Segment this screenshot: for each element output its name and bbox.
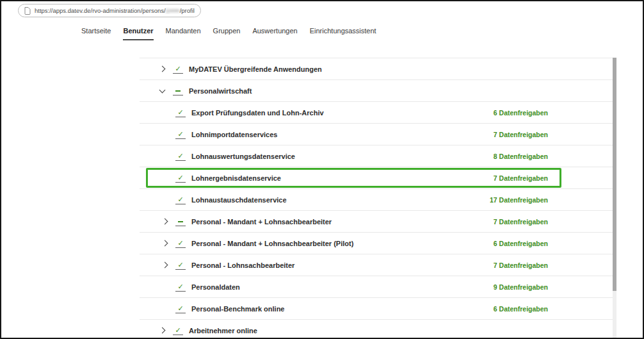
url-suffix: /profile <box>180 7 195 14</box>
row-export-prüfungsdaten-und-lohn-archiv[interactable]: ✓ Export Prüfungsdaten und Lohn-Archiv 6… <box>140 101 616 123</box>
permission-label: Personal - Mandant + Lohnsachbearbeiter … <box>191 240 353 247</box>
permissions-panel: ✓ MyDATEV Übergreifende Anwendungen Pers… <box>140 58 616 339</box>
tab-einrichtungsassistent[interactable]: Einrichtungsassistent <box>310 27 376 39</box>
chevron-right-icon[interactable] <box>159 67 173 71</box>
checkbox-checked-icon[interactable]: ✓ <box>175 195 186 204</box>
permission-label: Personaldaten <box>191 283 240 291</box>
permission-label: Arbeitnehmer online <box>189 327 257 335</box>
checkbox-checked-icon[interactable]: ✓ <box>175 130 186 139</box>
checkbox-checked-icon[interactable]: ✓ <box>173 65 183 74</box>
row-arbeitnehmer-online[interactable]: ✓ Arbeitnehmer online <box>140 319 616 339</box>
permission-label: Personal - Lohnsachbearbeiter <box>191 261 294 269</box>
row-lohnaustauschdatenservice[interactable]: ✓ Lohnaustauschdatenservice 17 Datenfrei… <box>140 188 616 210</box>
chevron-right-icon[interactable] <box>161 219 175 224</box>
checkbox-checked-icon[interactable]: ✓ <box>173 326 183 335</box>
permission-label: Personal - Mandant + Lohnsachbearbeiter <box>191 218 332 226</box>
row-personal-mandant-lohnsachbearbeiter[interactable]: Personal - Mandant + Lohnsachbearbeiter … <box>140 210 616 232</box>
checkbox-indeterminate-icon[interactable] <box>173 87 183 95</box>
permission-label: MyDATEV Übergreifende Anwendungen <box>189 65 322 73</box>
tab-startseite[interactable]: Startseite <box>81 27 111 39</box>
chevron-down-icon[interactable] <box>159 89 173 92</box>
row-lohnimportdatenservices[interactable]: ✓ Lohnimportdatenservices 7 Datenfreigab… <box>140 123 616 145</box>
checkbox-checked-icon[interactable]: ✓ <box>175 152 186 161</box>
main-nav: Startseite Benutzer Mandanten Gruppen Au… <box>81 27 376 40</box>
datenfreigaben-count[interactable]: 9 Datenfreigaben <box>494 283 548 291</box>
permission-label: Lohnimportdatenservices <box>191 131 277 138</box>
permissions-list: ✓ MyDATEV Übergreifende Anwendungen Pers… <box>140 58 616 339</box>
checkbox-checked-icon[interactable]: ✓ <box>175 261 186 270</box>
datenfreigaben-count[interactable]: 7 Datenfreigaben <box>494 131 548 138</box>
permission-label: Export Prüfungsdaten und Lohn-Archiv <box>191 109 324 117</box>
permission-label: Personal-Benchmark online <box>191 305 285 313</box>
permission-label: Lohnauswertungsdatenservice <box>191 153 295 160</box>
permission-label: Lohnaustauschdatenservice <box>191 196 287 204</box>
chevron-right-icon[interactable] <box>161 241 175 245</box>
url-text: https://apps.datev.de/rvo-administration… <box>35 7 195 14</box>
scrollbar[interactable] <box>613 58 616 339</box>
tab-benutzer[interactable]: Benutzer <box>123 27 153 40</box>
row-personal-lohnsachbearbeiter[interactable]: ✓ Personal - Lohnsachbearbeiter 7 Datenf… <box>140 254 616 276</box>
datenfreigaben-count[interactable]: 6 Datenfreigaben <box>494 240 548 247</box>
row-personalwirtschaft[interactable]: Personalwirtschaft <box>140 79 616 101</box>
row-lohnergebnisdatenservice[interactable]: ✓ Lohnergebnisdatenservice 7 Datenfreiga… <box>140 167 616 188</box>
redacted-url-segment: 1••••• <box>166 7 180 14</box>
row-personal-benchmark-online[interactable]: ✓ Personal-Benchmark online 6 Datenfreig… <box>140 297 616 319</box>
datenfreigaben-count[interactable]: 7 Datenfreigaben <box>494 174 548 182</box>
checkbox-checked-icon[interactable]: ✓ <box>175 283 186 292</box>
checkbox-checked-icon[interactable]: ✓ <box>175 304 186 313</box>
permission-label: Lohnergebnisdatenservice <box>191 174 281 182</box>
row-personal-mandant-lohnsachbearbeiter-pilot[interactable]: ✓ Personal - Mandant + Lohnsachbearbeite… <box>140 232 616 254</box>
datenfreigaben-count[interactable]: 8 Datenfreigaben <box>494 153 548 160</box>
datenfreigaben-count[interactable]: 7 Datenfreigaben <box>494 261 548 269</box>
page-icon <box>24 7 31 15</box>
datenfreigaben-count[interactable]: 6 Datenfreigaben <box>494 305 548 313</box>
permission-label: Personalwirtschaft <box>189 87 252 95</box>
url-prefix: https://apps.datev.de/rvo-administration… <box>35 7 166 14</box>
checkbox-indeterminate-icon[interactable] <box>175 217 186 226</box>
checkbox-checked-icon[interactable]: ✓ <box>175 239 186 248</box>
datenfreigaben-count[interactable]: 7 Datenfreigaben <box>494 218 548 226</box>
row-mydatev-übergreifende-anwendungen[interactable]: ✓ MyDATEV Übergreifende Anwendungen <box>140 58 616 79</box>
chevron-right-icon[interactable] <box>161 263 175 267</box>
datenfreigaben-count[interactable]: 17 Datenfreigaben <box>490 196 548 204</box>
tab-auswertungen[interactable]: Auswertungen <box>252 27 297 39</box>
chevron-right-icon[interactable] <box>159 328 173 333</box>
checkbox-checked-icon[interactable]: ✓ <box>175 108 186 117</box>
scrollbar-thumb[interactable] <box>613 58 616 291</box>
datenfreigaben-count[interactable]: 6 Datenfreigaben <box>494 109 548 117</box>
tab-gruppen[interactable]: Gruppen <box>213 27 241 39</box>
checkbox-checked-icon[interactable]: ✓ <box>175 174 186 183</box>
row-lohnauswertungsdatenservice[interactable]: ✓ Lohnauswertungsdatenservice 8 Datenfre… <box>140 145 616 167</box>
tab-mandanten[interactable]: Mandanten <box>166 27 201 39</box>
browser-url-bar[interactable]: https://apps.datev.de/rvo-administration… <box>18 4 201 17</box>
row-personaldaten[interactable]: ✓ Personaldaten 9 Datenfreigaben <box>140 276 616 297</box>
